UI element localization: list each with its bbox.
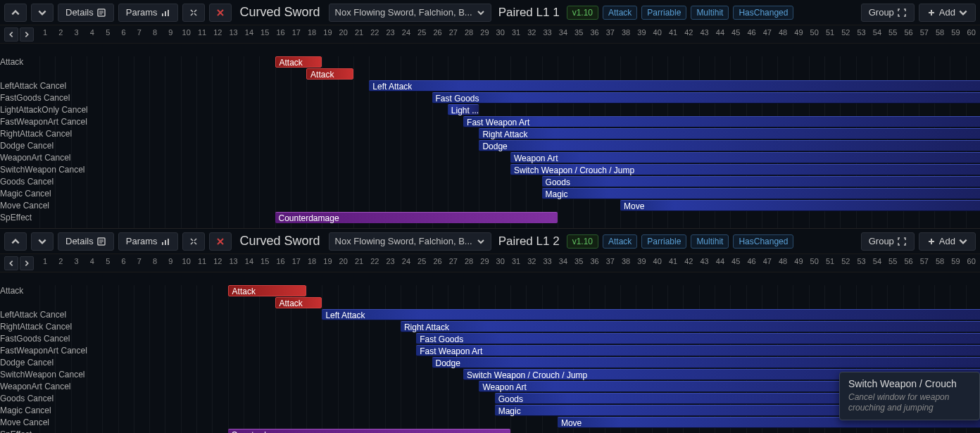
ruler-tick: 24 [402, 28, 410, 37]
tag-version[interactable]: v1.10 [567, 234, 598, 249]
tag-haschanged[interactable]: HasChanged [733, 234, 793, 249]
ruler[interactable]: 1234567891011121314151617181920212223242… [39, 254, 980, 272]
close-button[interactable] [209, 232, 232, 251]
ruler-tick: 45 [731, 257, 740, 265]
ruler-tick: 20 [339, 257, 348, 265]
ruler-tick: 41 [669, 257, 677, 265]
ruler-tick: 12 [213, 28, 222, 37]
group-button[interactable]: Group [861, 4, 915, 22]
compact-button[interactable] [182, 232, 205, 251]
ruler-tick: 43 [700, 257, 708, 265]
track-red[interactable]: Attack [228, 285, 307, 296]
ruler-tick: 57 [920, 28, 929, 37]
ruler-tick: 4 [90, 257, 94, 265]
track-blue[interactable]: Left Attack [369, 80, 980, 92]
track-blue[interactable]: Fast Weapon Art [416, 345, 980, 356]
ruler-tick: 3 [75, 28, 79, 37]
collapse-up-button[interactable] [4, 4, 27, 22]
track-blue[interactable]: Fast Goods [432, 92, 981, 103]
ruler-prev-button[interactable] [4, 27, 18, 42]
pair-label: Paired L1 2 [496, 234, 563, 249]
close-button[interactable] [209, 4, 232, 22]
track-red[interactable]: Attack [275, 56, 322, 68]
ruler-tick: 17 [292, 28, 301, 37]
ruler-tick: 28 [465, 257, 473, 265]
track-blue[interactable]: Light ... [448, 104, 479, 115]
track-blue[interactable]: Left Attack [322, 309, 980, 320]
ruler-next-button[interactable] [20, 256, 34, 270]
track-blue[interactable]: Magic [542, 188, 980, 199]
collapse-up-button[interactable] [4, 232, 27, 251]
track-blue[interactable]: Move [620, 200, 980, 211]
add-button[interactable]: Add [919, 232, 976, 251]
ruler-tick: 38 [622, 28, 630, 37]
ruler-tick: 51 [826, 28, 834, 37]
tag-multihit[interactable]: Multihit [691, 6, 729, 20]
track-red[interactable]: Attack [306, 68, 353, 80]
tag-attack[interactable]: Attack [603, 6, 637, 20]
pair-label: Paired L1 1 [496, 6, 563, 20]
params-button[interactable]: Params [118, 4, 178, 22]
track-blue[interactable]: Dodge [432, 357, 981, 368]
collapse-down-button[interactable] [31, 4, 54, 22]
ruler-tick: 47 [763, 28, 772, 37]
ruler-tick: 16 [276, 257, 284, 265]
track-blue[interactable]: Switch Weapon / Crouch / Jump [510, 164, 980, 175]
ruler-tick: 18 [308, 28, 316, 37]
track-blue[interactable]: Fast Goods [416, 333, 980, 344]
compact-button[interactable] [182, 4, 205, 22]
details-button[interactable]: Details [58, 4, 114, 22]
ruler-tick: 15 [260, 28, 269, 37]
ruler-tick: 26 [433, 257, 441, 265]
ruler-next-button[interactable] [20, 27, 34, 42]
weapon-title: Curved Sword [236, 234, 325, 249]
track-red[interactable]: Attack [275, 297, 322, 308]
add-button[interactable]: Add [919, 4, 976, 22]
weapon-dropdown[interactable]: Nox Flowing Sword, Falchion, B... [329, 232, 491, 251]
ruler-tick: 27 [449, 257, 458, 265]
track-blue[interactable]: Goods [542, 176, 980, 187]
ruler-tick: 57 [920, 257, 929, 265]
tag-parriable[interactable]: Parriable [641, 234, 686, 249]
tag-parriable[interactable]: Parriable [641, 6, 686, 20]
ruler-tick: 56 [904, 257, 912, 265]
track-purple[interactable]: Counterdamage [275, 212, 558, 223]
tag-multihit[interactable]: Multihit [691, 234, 729, 249]
ruler-tick: 59 [951, 28, 960, 37]
ruler-tick: 60 [967, 257, 976, 265]
track-purple[interactable]: Counterdamage [228, 429, 510, 433]
ruler-tick: 7 [137, 257, 142, 265]
ruler-prev-button[interactable] [4, 256, 18, 270]
ruler-tick: 7 [137, 28, 142, 37]
ruler-tick: 42 [684, 28, 693, 37]
tracks-area[interactable]: AttackAttackLeft AttackRight AttackFast … [0, 285, 980, 433]
weapon-dropdown[interactable]: Nox Flowing Sword, Falchion, B... [329, 4, 491, 22]
track-blue[interactable]: Right Attack [479, 128, 980, 139]
ruler-tick: 48 [779, 28, 787, 37]
details-button[interactable]: Details [58, 232, 114, 251]
tag-version[interactable]: v1.10 [567, 6, 598, 20]
ruler-tick: 51 [826, 257, 834, 265]
track-blue[interactable]: Dodge [479, 140, 980, 151]
ruler[interactable]: 1234567891011121314151617181920212223242… [39, 25, 980, 43]
ruler-tick: 22 [370, 257, 379, 265]
ruler-tick: 23 [386, 257, 394, 265]
params-button[interactable]: Params [118, 232, 178, 251]
collapse-down-button[interactable] [31, 232, 54, 251]
ruler-tick: 38 [622, 257, 630, 265]
svg-rect-5 [165, 11, 166, 16]
track-blue[interactable]: Right Attack [401, 321, 980, 332]
tracks-area[interactable]: AttackAttackLeft AttackFast GoodsLight .… [0, 56, 980, 228]
svg-rect-13 [168, 239, 169, 245]
svg-rect-4 [162, 13, 163, 16]
svg-rect-12 [165, 240, 166, 245]
track-blue[interactable]: Weapon Art [510, 152, 980, 163]
group-button[interactable]: Group [861, 232, 915, 251]
track-blue[interactable]: Fast Weapon Art [463, 116, 980, 127]
ruler-tick: 30 [496, 28, 505, 37]
tooltip: Switch Weapon / Crouch Cancel window for… [839, 372, 980, 420]
ruler-tick: 26 [433, 28, 441, 37]
tag-haschanged[interactable]: HasChanged [733, 6, 793, 20]
ruler-tick: 19 [323, 28, 332, 37]
tag-attack[interactable]: Attack [603, 234, 637, 249]
